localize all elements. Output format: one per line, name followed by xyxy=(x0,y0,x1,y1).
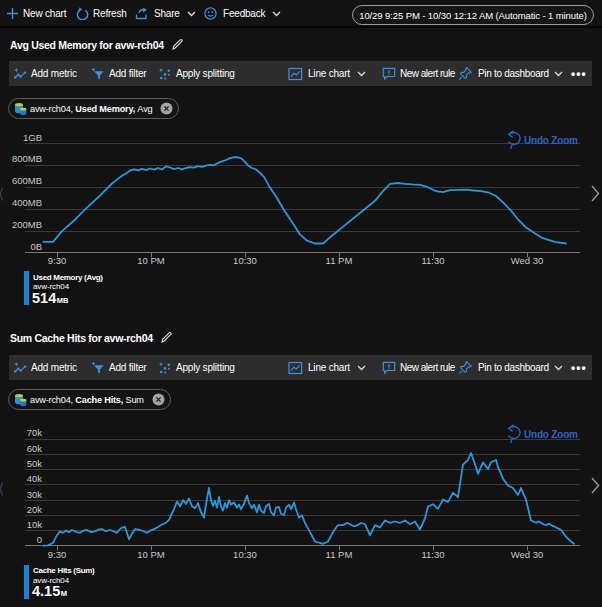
svg-text:10:30: 10:30 xyxy=(233,549,257,560)
svg-text:200MB: 200MB xyxy=(12,219,42,230)
svg-text:0: 0 xyxy=(37,534,42,545)
svg-text:0B: 0B xyxy=(30,241,42,252)
svg-text:11 PM: 11 PM xyxy=(326,549,353,560)
svg-text:1GB: 1GB xyxy=(23,132,42,143)
svg-text:Undo Zoom: Undo Zoom xyxy=(524,429,578,440)
svg-text:40k: 40k xyxy=(27,473,43,484)
svg-text:70k: 70k xyxy=(27,427,43,438)
svg-text:11:30: 11:30 xyxy=(421,255,444,266)
svg-text:10:30: 10:30 xyxy=(233,255,257,266)
svg-text:Wed 30: Wed 30 xyxy=(511,255,544,266)
svg-text:9:30: 9:30 xyxy=(48,549,67,560)
svg-text:10k: 10k xyxy=(27,519,43,530)
svg-text:600MB: 600MB xyxy=(12,175,42,186)
svg-text:9:30: 9:30 xyxy=(48,255,67,266)
svg-text:Undo Zoom: Undo Zoom xyxy=(524,135,578,146)
svg-text:50k: 50k xyxy=(27,458,43,469)
svg-text:11:30: 11:30 xyxy=(421,549,444,560)
svg-text:10 PM: 10 PM xyxy=(137,255,165,266)
svg-text:10 PM: 10 PM xyxy=(137,549,165,560)
svg-text:20k: 20k xyxy=(27,504,43,515)
svg-text:400MB: 400MB xyxy=(12,197,42,208)
svg-text:60k: 60k xyxy=(27,443,43,454)
svg-text:30k: 30k xyxy=(27,489,43,500)
svg-text:Wed 30: Wed 30 xyxy=(511,549,544,560)
svg-text:800MB: 800MB xyxy=(12,153,42,164)
svg-text:11 PM: 11 PM xyxy=(326,255,353,266)
